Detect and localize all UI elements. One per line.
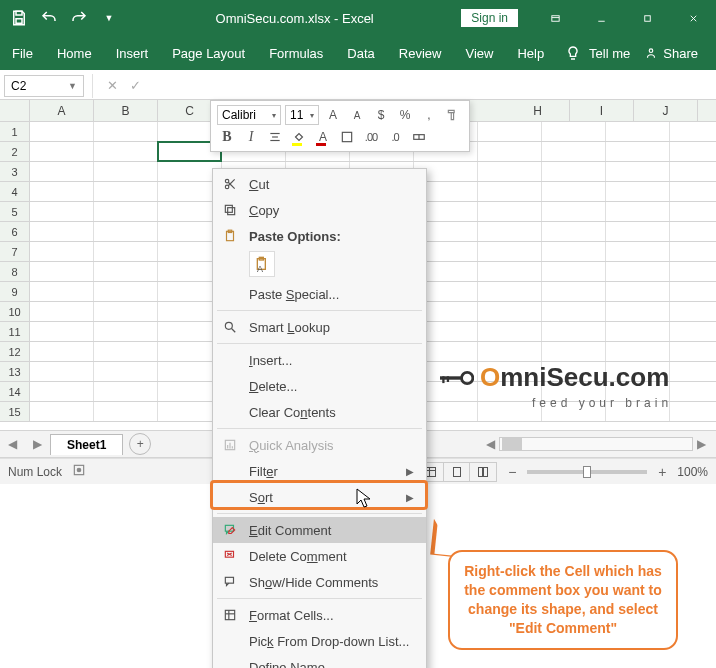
italic-icon[interactable]: I — [241, 127, 261, 147]
cell[interactable] — [478, 302, 542, 321]
ctx-pick-from-list[interactable]: Pick From Drop-down List...Pick From Dro… — [213, 628, 426, 654]
ctx-smart-lookup[interactable]: Smart LookupSmart Lookup — [213, 314, 426, 340]
increase-font-icon[interactable]: A — [323, 105, 343, 125]
ribbon-display-options-icon[interactable] — [532, 0, 578, 36]
tab-help[interactable]: Help — [505, 40, 556, 67]
font-color-icon[interactable]: A — [313, 127, 333, 147]
paste-keep-source-icon[interactable]: A — [249, 251, 275, 277]
close-icon[interactable] — [670, 0, 716, 36]
cell[interactable] — [542, 342, 606, 361]
font-name-select[interactable]: Calibri▾ — [217, 105, 281, 125]
cell[interactable] — [478, 282, 542, 301]
cell[interactable] — [542, 242, 606, 261]
cell[interactable] — [542, 222, 606, 241]
cell[interactable] — [30, 262, 94, 281]
merge-center-icon[interactable] — [409, 127, 429, 147]
cell[interactable] — [30, 222, 94, 241]
percent-format-icon[interactable]: % — [395, 105, 415, 125]
borders-icon[interactable] — [337, 127, 357, 147]
cell[interactable] — [542, 122, 606, 141]
macro-record-icon[interactable] — [72, 463, 86, 480]
tab-home[interactable]: Home — [45, 40, 104, 67]
font-size-select[interactable]: 11▾ — [285, 105, 319, 125]
ctx-define-name[interactable]: Define Name...Define Name... — [213, 654, 426, 668]
row-header[interactable]: 1 — [0, 122, 30, 141]
cell[interactable] — [94, 222, 158, 241]
cell[interactable] — [94, 262, 158, 281]
increase-decimal-icon[interactable]: .0 — [385, 127, 405, 147]
tab-file[interactable]: File — [0, 40, 45, 67]
cell[interactable] — [94, 362, 158, 381]
tab-data[interactable]: Data — [335, 40, 386, 67]
save-icon[interactable] — [10, 9, 28, 27]
enter-formula-icon[interactable]: ✓ — [124, 76, 147, 95]
cell[interactable] — [478, 182, 542, 201]
sheet-nav-prev-icon[interactable]: ◀ — [0, 437, 25, 451]
cell[interactable] — [30, 402, 94, 421]
row-header[interactable]: 4 — [0, 182, 30, 201]
ctx-insert[interactable]: Insert...Insert... — [213, 347, 426, 373]
cell[interactable] — [606, 242, 670, 261]
zoom-slider[interactable] — [527, 470, 647, 474]
cell[interactable] — [606, 222, 670, 241]
cell[interactable] — [94, 142, 158, 161]
lightbulb-icon[interactable] — [565, 45, 581, 61]
cell[interactable] — [30, 142, 94, 161]
maximize-icon[interactable] — [624, 0, 670, 36]
share-button[interactable]: Share — [638, 42, 704, 65]
cell[interactable] — [542, 302, 606, 321]
cell[interactable] — [606, 122, 670, 141]
zoom-level[interactable]: 100% — [677, 465, 708, 479]
cell[interactable] — [542, 162, 606, 181]
row-header[interactable]: 8 — [0, 262, 30, 281]
cell[interactable] — [30, 342, 94, 361]
ctx-copy[interactable]: CCopyopy — [213, 197, 426, 223]
cell[interactable] — [606, 142, 670, 161]
tab-view[interactable]: View — [453, 40, 505, 67]
cell[interactable] — [94, 322, 158, 341]
tab-formulas[interactable]: Formulas — [257, 40, 335, 67]
redo-icon[interactable] — [70, 9, 88, 27]
cell[interactable] — [478, 222, 542, 241]
ctx-show-hide-comments[interactable]: Show/Hide CommentsShow/Hide Comments — [213, 569, 426, 595]
bold-icon[interactable]: B — [217, 127, 237, 147]
sign-in-button[interactable]: Sign in — [461, 9, 518, 27]
ctx-paste-special[interactable]: Paste Special...Paste Special... — [213, 281, 426, 307]
row-header[interactable]: 9 — [0, 282, 30, 301]
cell[interactable] — [30, 122, 94, 141]
page-layout-view-icon[interactable] — [444, 463, 470, 481]
row-header[interactable]: 11 — [0, 322, 30, 341]
cell[interactable] — [94, 342, 158, 361]
row-header[interactable]: 6 — [0, 222, 30, 241]
cell[interactable] — [478, 122, 542, 141]
cell[interactable] — [30, 162, 94, 181]
row-header[interactable]: 10 — [0, 302, 30, 321]
cell[interactable] — [94, 242, 158, 261]
row-header[interactable]: 12 — [0, 342, 30, 361]
ctx-clear-contents[interactable]: Clear ContentsClear Contents — [213, 399, 426, 425]
tab-review[interactable]: Review — [387, 40, 454, 67]
cell[interactable] — [478, 262, 542, 281]
ctx-sort[interactable]: SortSort▶ — [213, 484, 426, 510]
cell[interactable] — [606, 302, 670, 321]
cell[interactable] — [478, 162, 542, 181]
col-header[interactable]: I — [570, 100, 634, 121]
cell[interactable] — [94, 162, 158, 181]
cell[interactable] — [542, 322, 606, 341]
col-header[interactable]: J — [634, 100, 698, 121]
row-header[interactable]: 13 — [0, 362, 30, 381]
cell[interactable] — [30, 182, 94, 201]
cell[interactable] — [542, 282, 606, 301]
align-center-icon[interactable] — [265, 127, 285, 147]
cell[interactable] — [606, 282, 670, 301]
ctx-delete-comment[interactable]: Delete CommentDelete Comment — [213, 543, 426, 569]
cell[interactable] — [94, 402, 158, 421]
horizontal-scrollbar[interactable]: ◀ ▶ — [476, 437, 716, 451]
ctx-cut[interactable]: CuCutt — [213, 171, 426, 197]
zoom-in-icon[interactable]: + — [655, 464, 669, 480]
cell[interactable] — [542, 182, 606, 201]
cell[interactable] — [606, 162, 670, 181]
sheet-tab-sheet1[interactable]: Sheet1 — [50, 434, 123, 455]
row-header[interactable]: 14 — [0, 382, 30, 401]
cancel-formula-icon[interactable]: ✕ — [101, 76, 124, 95]
